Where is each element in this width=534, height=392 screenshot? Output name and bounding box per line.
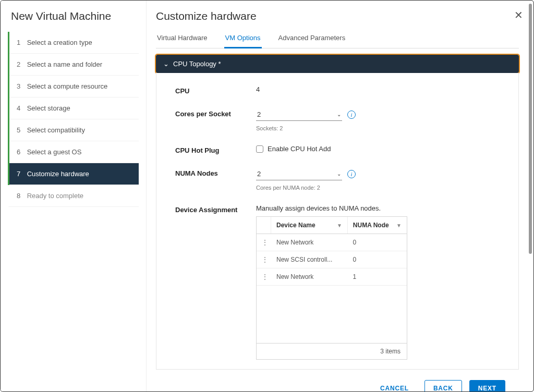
tab-virtual-hardware[interactable]: Virtual Hardware [156,29,209,48]
cores-per-socket-row: Cores per Socket 2 ⌄ i Sockets: 2 [175,108,500,131]
back-button[interactable]: BACK [424,380,462,392]
step-name-folder[interactable]: 2 Select a name and folder [9,54,139,76]
cpu-topology-panel: CPU 4 Cores per Socket 2 ⌄ i Sockets: 2 [156,73,519,370]
numa-helper: Cores per NUMA node: 2 [256,185,500,191]
table-footer: 3 items [257,343,407,359]
step-compatibility[interactable]: 5 Select compatibility [9,119,139,141]
cores-per-socket-select[interactable]: 2 ⌄ [256,108,342,121]
checkbox-icon [256,145,263,153]
filter-icon[interactable]: ▼ [396,223,402,228]
chevron-down-icon: ⌄ [337,112,341,117]
filter-icon[interactable]: ▼ [337,223,342,228]
table-row: ⋮ New Network 1 [257,268,407,286]
step-storage[interactable]: 4 Select storage [9,97,139,119]
header-device-name[interactable]: Device Name ▼ [271,217,348,234]
device-assignment-row: Device Assignment Manually assign device… [175,204,500,360]
scrollbar[interactable] [529,4,532,254]
row-menu-icon[interactable]: ⋮ [257,268,271,285]
header-numa-node[interactable]: NUMA Node ▼ [348,217,407,234]
chevron-down-icon: ⌄ [337,171,341,177]
tab-advanced-parameters[interactable]: Advanced Parameters [277,29,347,48]
numa-nodes-row: NUMA Nodes 2 ⌄ i Cores per NUMA node: 2 [175,168,500,191]
cpu-topology-header[interactable]: ⌄ CPU Topology * [156,55,519,73]
cpu-topology-title: CPU Topology * [173,60,221,68]
wizard-steps: 1 Select a creation type 2 Select a name… [8,32,139,207]
chevron-down-icon: ⌄ [163,60,169,68]
cpu-value: 4 [256,85,500,93]
info-icon[interactable]: i [347,111,356,119]
step-customize-hardware[interactable]: 7 Customize hardware [9,163,139,185]
table-header: Device Name ▼ NUMA Node ▼ [257,217,407,234]
page-title: Customize hardware [156,10,519,22]
wizard-main: Customize hardware ✕ Virtual Hardware VM… [147,1,533,391]
row-menu-icon[interactable]: ⋮ [257,251,271,268]
sockets-helper: Sockets: 2 [256,125,500,131]
table-empty-space [257,286,407,343]
wizard-footer: CANCEL BACK NEXT [156,370,519,392]
header-actions [257,217,271,234]
wizard-sidebar: New Virtual Machine 1 Select a creation … [1,1,147,391]
device-assignment-desc: Manually assign devices to NUMA nodes. [256,204,500,212]
table-row: ⋮ New SCSI controll... 0 [257,251,407,268]
step-guest-os[interactable]: 6 Select a guest OS [9,141,139,163]
close-icon[interactable]: ✕ [514,10,523,20]
cancel-button[interactable]: CANCEL [372,380,417,392]
wizard-dialog: New Virtual Machine 1 Select a creation … [1,1,533,391]
row-menu-icon[interactable]: ⋮ [257,234,271,251]
table-body: ⋮ New Network 0 ⋮ New SCSI controll... 0… [257,234,407,343]
step-compute-resource[interactable]: 3 Select a compute resource [9,76,139,97]
step-creation-type[interactable]: 1 Select a creation type [9,32,139,54]
numa-nodes-select[interactable]: 2 ⌄ [256,168,342,180]
tabs: Virtual Hardware VM Options Advanced Par… [156,29,519,48]
wizard-title: New Virtual Machine [8,10,139,22]
cpu-hot-plug-row: CPU Hot Plug Enable CPU Hot Add [175,145,500,154]
cpu-row: CPU 4 [175,85,500,95]
enable-cpu-hot-add-checkbox[interactable]: Enable CPU Hot Add [256,145,331,153]
next-button[interactable]: NEXT [469,380,505,392]
step-ready-complete[interactable]: 8 Ready to complete [8,185,139,207]
table-row: ⋮ New Network 0 [257,234,407,251]
info-icon[interactable]: i [347,170,356,178]
tab-vm-options[interactable]: VM Options [224,29,262,48]
device-table: Device Name ▼ NUMA Node ▼ ⋮ New Ne [256,216,407,360]
